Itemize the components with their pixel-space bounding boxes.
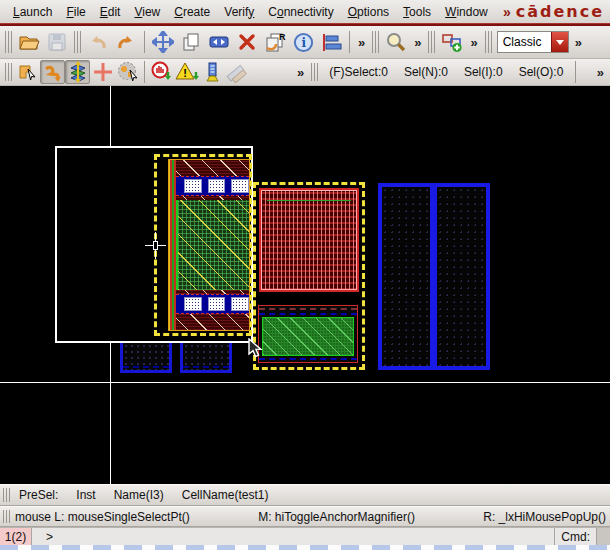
cmd-label: Cmd:	[554, 528, 596, 545]
toolbar-grip[interactable]	[311, 63, 318, 81]
toolbar-overflow-chevron[interactable]: »	[293, 65, 308, 80]
contact-pad	[184, 297, 202, 311]
toolbar-grip[interactable]	[485, 31, 492, 53]
snake-arrow-icon	[42, 62, 64, 83]
statusbar-grip[interactable]	[3, 510, 10, 523]
menu-edit[interactable]: Edit	[93, 3, 128, 21]
toolbar-grip[interactable]	[5, 31, 12, 53]
undo-button[interactable]	[84, 28, 112, 56]
instance-1-well-region	[176, 200, 249, 290]
warning-triangle-icon: !	[175, 61, 199, 83]
selected-instance-2[interactable]	[253, 182, 365, 370]
hierarchy-level-badge[interactable]: 1(2)	[0, 528, 32, 545]
redo-button[interactable]	[112, 28, 140, 56]
toolbar-grip[interactable]	[428, 31, 435, 53]
instance-2-diff-region	[262, 317, 354, 356]
layers-arrows-icon	[67, 61, 89, 83]
occluded-instance-right[interactable]	[180, 343, 232, 373]
layer-tap-button[interactable]	[65, 60, 90, 84]
mouse-right-binding: R: _lxHiMousePopUp()	[483, 510, 606, 524]
move-button[interactable]	[149, 28, 177, 56]
menu-file[interactable]: File	[59, 3, 92, 21]
toolbar-separator	[144, 61, 145, 83]
warning-glyph-text: !	[183, 67, 187, 79]
info-icon: i	[293, 32, 314, 53]
stop-check-button[interactable]	[149, 60, 174, 84]
column-ruler-icon	[202, 61, 222, 83]
create-via-button[interactable]	[438, 28, 466, 56]
svg-text:i: i	[301, 36, 306, 50]
sel-i-status: Sel(I):0	[456, 65, 511, 79]
ruler-button[interactable]	[199, 60, 224, 84]
toolbar-overflow-chevron[interactable]: »	[354, 35, 369, 50]
save-button[interactable]	[43, 28, 71, 56]
menu-verify[interactable]: Verify	[217, 3, 261, 21]
menu-view[interactable]: View	[127, 3, 167, 21]
metal-rect-right[interactable]	[433, 183, 490, 370]
presel-type: Inst	[76, 488, 95, 502]
layout-canvas[interactable]	[0, 86, 610, 484]
open-button[interactable]	[15, 28, 43, 56]
menu-launch[interactable]: Launch	[6, 3, 59, 21]
metal-rect-left[interactable]	[378, 183, 434, 370]
selected-instance-1[interactable]	[154, 154, 252, 336]
rotate-badge-text: R	[279, 32, 286, 42]
mouse-bindings-statusbar: mouse L: mouseSingleSelectPt() M: hiTogg…	[0, 506, 610, 527]
cmd-input-handle[interactable]	[596, 528, 610, 545]
toolbar-grip[interactable]	[372, 31, 379, 53]
presel-cellname: CellName(test1)	[182, 488, 269, 502]
stretch-icon	[208, 33, 230, 51]
contact-pad	[231, 297, 249, 311]
mouse-cursor	[248, 338, 263, 359]
delete-button[interactable]	[233, 28, 261, 56]
select-shape-cursor-icon	[17, 62, 39, 82]
reshape-mode-button[interactable]	[40, 60, 65, 84]
warning-check-button[interactable]: !	[174, 60, 199, 84]
undo-icon	[87, 32, 109, 52]
toolbar-overflow-chevron[interactable]: »	[593, 65, 608, 80]
workspace-selector[interactable]: Classic	[497, 31, 569, 53]
menu-window[interactable]: Window	[438, 3, 495, 21]
instance-2-lower-block	[258, 305, 358, 363]
instance-1-body	[168, 159, 250, 331]
measure-button[interactable]	[224, 60, 249, 84]
menu-options[interactable]: Options	[341, 3, 396, 21]
toolbar-separator	[349, 31, 350, 53]
stretch-button[interactable]	[205, 28, 233, 56]
occluded-instance-left[interactable]	[120, 343, 172, 373]
diagonal-ruler-icon	[226, 61, 248, 83]
magnifier-icon	[385, 31, 407, 53]
menubar: Launch File Edit View Create Verify Conn…	[0, 0, 610, 23]
contact-pad	[231, 179, 249, 193]
gravity-button[interactable]	[90, 60, 115, 84]
rotate-button[interactable]: R	[261, 28, 289, 56]
copy-button[interactable]	[177, 28, 205, 56]
menu-create[interactable]: Create	[167, 3, 217, 21]
workspace-dropdown-button[interactable]	[551, 32, 568, 52]
toolbar-overflow-chevron[interactable]: »	[466, 35, 481, 50]
toolbar-grip[interactable]	[74, 31, 81, 53]
menu-connectivity[interactable]: Connectivity	[261, 3, 340, 21]
logo-chevron-icon: »	[503, 4, 511, 20]
create-shape-button[interactable]	[115, 60, 140, 84]
toolbar-overflow-chevron[interactable]: »	[410, 35, 425, 50]
instance-1-left-stripe	[169, 160, 176, 330]
save-icon	[47, 32, 67, 52]
info-button[interactable]: i	[289, 28, 317, 56]
toolbar-grip[interactable]	[5, 63, 12, 81]
select-mode-button[interactable]	[15, 60, 40, 84]
sel-o-status: Sel(O):0	[511, 65, 572, 79]
toolbar-separator	[144, 31, 145, 53]
redo-icon	[115, 32, 137, 52]
sel-n-status: Sel(N):0	[396, 65, 456, 79]
menu-tools[interactable]: Tools	[396, 3, 438, 21]
bottom-dashed-strip	[0, 545, 610, 550]
toolbar-separator	[575, 61, 576, 83]
statusbar-grip[interactable]	[3, 488, 10, 502]
toolbar-overflow-chevron[interactable]: »	[571, 35, 586, 50]
zoom-button[interactable]	[382, 28, 410, 56]
red-crosshair-icon	[92, 61, 114, 83]
cli-prompt[interactable]: >	[32, 530, 554, 544]
align-button[interactable]	[317, 28, 345, 56]
mouse-left-binding: mouse L: mouseSingleSelectPt()	[15, 510, 190, 524]
